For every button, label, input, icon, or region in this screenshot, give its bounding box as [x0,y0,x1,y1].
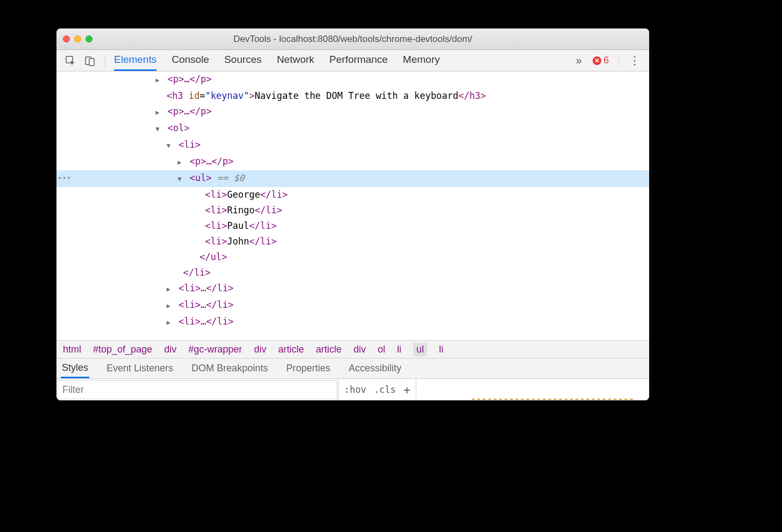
new-style-rule-icon[interactable]: + [403,383,410,397]
inspect-element-icon[interactable] [63,53,78,68]
dom-breadcrumb: html #top_of_page div #gc-wrapper div ar… [56,340,649,358]
styles-panel: :hov .cls + [56,379,649,400]
breadcrumb-item[interactable]: li [397,344,401,355]
breadcrumb-item[interactable]: li [439,344,443,355]
tree-row[interactable]: ▶ <p>…</p> [56,154,649,170]
tree-row[interactable]: <h3 id="keynav">Navigate the DOM Tree wi… [56,88,649,104]
toolbar-separator [105,55,105,67]
tree-row[interactable]: </ul> [56,249,649,265]
breadcrumb-item[interactable]: article [278,344,304,355]
toolbar-separator [619,55,619,67]
tab-network[interactable]: Network [277,50,315,71]
tree-row[interactable]: </li> [56,265,649,281]
breadcrumb-item[interactable]: div [164,344,176,355]
styles-toolbar: :hov .cls + [338,379,416,400]
svg-rect-2 [89,59,94,66]
tree-row[interactable]: ▶ <li>…</li> [56,281,649,297]
tree-row-selected[interactable]: ••• ▼ <ul> == $0 [56,170,649,187]
tree-row[interactable]: <li>Paul</li> [56,218,649,234]
settings-menu-icon[interactable]: ⋮ [629,54,641,68]
close-window-button[interactable] [63,35,70,42]
tab-elements[interactable]: Elements [114,50,157,71]
breadcrumb-item[interactable]: #gc-wrapper [188,344,242,355]
breadcrumb-item[interactable]: article [316,344,342,355]
subtab-accessibility[interactable]: Accessibility [347,360,402,377]
titlebar: DevTools - localhost:8080/web/tools/chro… [56,28,649,50]
tree-row[interactable]: ▼ <ol> [56,120,649,137]
subtab-dom-breakpoints[interactable]: DOM Breakpoints [190,360,269,377]
styles-filter-input[interactable] [58,380,337,399]
subtab-properties[interactable]: Properties [285,360,331,377]
hov-toggle[interactable]: :hov [344,384,366,395]
tree-row[interactable]: ▶ <li>…</li> [56,314,649,330]
main-toolbar: Elements Console Sources Network Perform… [56,50,649,71]
tab-performance[interactable]: Performance [329,50,388,71]
error-icon: ✕ [593,56,601,65]
breadcrumb-item[interactable]: html [63,344,81,355]
tree-row[interactable]: <li>Ringo</li> [56,203,649,218]
breadcrumb-item[interactable]: div [254,344,266,355]
more-tabs-icon[interactable]: » [576,54,582,67]
maximize-window-button[interactable] [86,35,93,42]
tree-row[interactable]: <li>George</li> [56,187,649,203]
minimize-window-button[interactable] [74,35,81,42]
device-toolbar-icon[interactable] [82,53,97,68]
window-title: DevTools - localhost:8080/web/tools/chro… [56,34,649,45]
breadcrumb-item-selected[interactable]: ul [413,343,427,356]
tree-row[interactable]: ▶ <li>…</li> [56,297,649,314]
breadcrumb-item[interactable]: #top_of_page [93,344,152,355]
subtab-event-listeners[interactable]: Event Listeners [105,360,174,377]
tree-row[interactable]: ▶ <p>…</p> [56,104,649,120]
error-count-badge[interactable]: ✕ 6 [593,55,609,66]
tree-row[interactable]: ▶ <p>…</p> [56,71,649,88]
gutter-ellipsis-icon[interactable]: ••• [58,170,71,186]
error-count: 6 [603,55,609,66]
tab-console[interactable]: Console [172,50,209,71]
traffic-lights [63,35,93,42]
tree-row[interactable]: <li>John</li> [56,234,649,249]
tab-sources[interactable]: Sources [224,50,262,71]
subtab-styles[interactable]: Styles [61,359,89,378]
panel-tabs: Elements Console Sources Network Perform… [114,50,570,71]
styles-metrics-pane [416,379,649,400]
cls-toggle[interactable]: .cls [374,384,396,395]
elements-dom-tree[interactable]: ▶ <p>…</p> <h3 id="keynav">Navigate the … [56,71,649,340]
box-model-margin-edge [472,399,633,400]
styles-pane-tabs: Styles Event Listeners DOM Breakpoints P… [56,358,649,379]
breadcrumb-item[interactable]: ol [378,344,385,355]
devtools-window: DevTools - localhost:8080/web/tools/chro… [56,28,649,400]
breadcrumb-item[interactable]: div [353,344,366,355]
tab-memory[interactable]: Memory [403,50,440,71]
tree-row[interactable]: ▼ <li> [56,137,649,154]
